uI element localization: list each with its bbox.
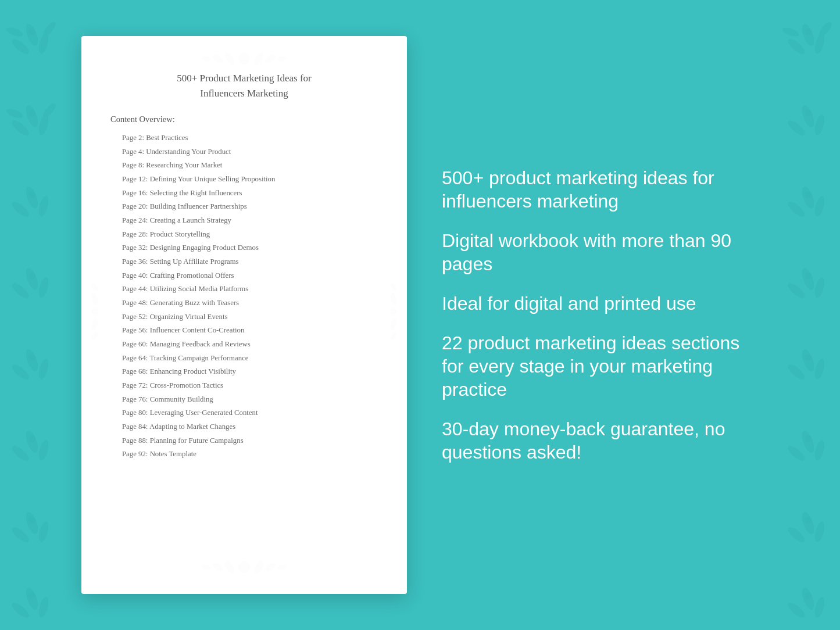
toc-item: Page 92: Notes Template xyxy=(110,448,378,461)
svg-point-81 xyxy=(91,331,99,341)
doc-ornament-top xyxy=(192,41,296,81)
toc-item: Page 44: Utilizing Social Media Platform… xyxy=(110,282,378,296)
toc-item: Page 2: Best Practices xyxy=(110,131,378,145)
svg-point-72 xyxy=(252,51,265,67)
doc-ornament-bottom xyxy=(192,549,296,589)
toc-item: Page 16: Selecting the Right Influencers xyxy=(110,187,378,201)
feature-text-4: 30-day money-back guarantee, no question… xyxy=(442,417,759,464)
main-layout: 500+ Product Marketing Ideas for Influen… xyxy=(0,0,840,630)
toc-item: Page 60: Managing Feedback and Reviews xyxy=(110,338,378,352)
svg-point-84 xyxy=(389,318,398,331)
feature-text-2: Ideal for digital and printed use xyxy=(442,292,759,315)
svg-point-89 xyxy=(252,560,265,575)
toc-item: Page 64: Tracking Campaign Performance xyxy=(110,352,378,366)
feature-text-1: Digital workbook with more than 90 pages xyxy=(442,229,759,275)
toc-item: Page 20: Building Influencer Partnership… xyxy=(110,200,378,214)
content-overview-label: Content Overview: xyxy=(110,114,378,124)
toc-item: Page 72: Cross-Promotion Tactics xyxy=(110,379,378,393)
toc-item: Page 8: Researching Your Market xyxy=(110,159,378,173)
svg-point-78 xyxy=(91,292,99,305)
svg-point-76 xyxy=(277,55,287,62)
doc-ornament-left xyxy=(86,277,103,353)
toc-item: Page 76: Community Building xyxy=(110,393,378,407)
svg-point-71 xyxy=(223,51,236,67)
svg-point-91 xyxy=(264,561,277,573)
toc-item: Page 56: Influencer Content Co-Creation xyxy=(110,324,378,338)
table-of-contents: Page 2: Best PracticesPage 4: Understand… xyxy=(110,131,378,571)
toc-item: Page 52: Organizing Virtual Events xyxy=(110,310,378,324)
toc-item: Page 84: Adapting to Market Changes xyxy=(110,420,378,434)
svg-point-82 xyxy=(390,308,397,315)
svg-point-73 xyxy=(212,53,224,65)
svg-point-92 xyxy=(201,564,212,571)
toc-item: Page 36: Setting Up Affiliate Programs xyxy=(110,255,378,269)
toc-item: Page 48: Generating Buzz with Teasers xyxy=(110,296,378,310)
feature-text-3: 22 product marketing ideas sections for … xyxy=(442,331,759,401)
doc-title-line2: Influencers Marketing xyxy=(200,88,288,99)
toc-item: Page 12: Defining Your Unique Selling Pr… xyxy=(110,173,378,187)
svg-point-86 xyxy=(389,331,398,341)
toc-item: Page 4: Understanding Your Product xyxy=(110,145,378,159)
toc-item: Page 40: Crafting Promotional Offers xyxy=(110,269,378,283)
svg-point-77 xyxy=(91,308,98,315)
document-card: 500+ Product Marketing Ideas for Influen… xyxy=(81,36,407,594)
svg-point-83 xyxy=(389,292,398,305)
toc-item: Page 68: Enhancing Product Visibility xyxy=(110,365,378,379)
toc-item: Page 32: Designing Engaging Product Demo… xyxy=(110,241,378,255)
svg-point-85 xyxy=(389,282,398,292)
svg-point-87 xyxy=(238,561,250,573)
doc-ornament-right xyxy=(385,277,402,353)
svg-point-70 xyxy=(238,53,250,65)
feature-text-0: 500+ product marketing ideas for influen… xyxy=(442,166,759,213)
svg-point-74 xyxy=(264,53,277,65)
toc-item: Page 28: Product Storytelling xyxy=(110,228,378,242)
toc-item: Page 24: Creating a Launch Strategy xyxy=(110,214,378,228)
right-content-panel: 500+ product marketing ideas for influen… xyxy=(442,166,759,464)
svg-point-88 xyxy=(223,560,236,575)
svg-point-90 xyxy=(212,561,224,573)
svg-point-93 xyxy=(277,564,287,571)
toc-item: Page 80: Leveraging User-Generated Conte… xyxy=(110,406,378,420)
svg-point-80 xyxy=(91,282,99,292)
svg-point-79 xyxy=(91,318,99,331)
svg-point-75 xyxy=(201,55,212,62)
toc-item: Page 88: Planning for Future Campaigns xyxy=(110,434,378,448)
